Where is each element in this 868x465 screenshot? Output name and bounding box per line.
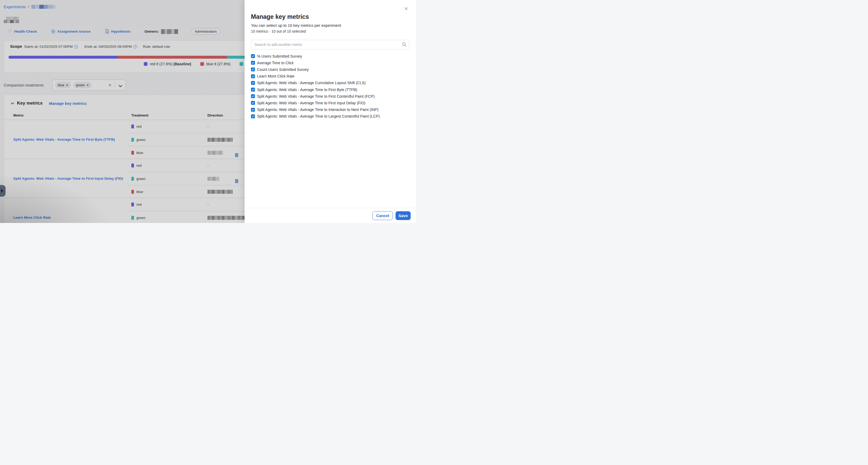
close-icon[interactable] xyxy=(403,5,410,12)
breadcrumb-experiments-link[interactable]: Experiments xyxy=(4,4,26,9)
panel-subtitle: You can select up to 10 key metrics per … xyxy=(251,23,341,28)
clear-all-icon[interactable] xyxy=(108,83,112,88)
metric-checkbox-row[interactable]: Split Agents: Web Vitals - Average Time … xyxy=(251,86,410,93)
collapse-chevron-icon[interactable] xyxy=(11,103,14,104)
metric-checkbox-row[interactable]: Split Agents: Web Vitals - Average Cumul… xyxy=(251,80,410,86)
manage-key-metrics-link[interactable]: Manage key metrics xyxy=(49,101,87,106)
redacted-owner-name xyxy=(161,29,188,38)
experiment-meta-row: ♡ Health Check Assignment source Hypothe… xyxy=(8,28,220,35)
treatment-legend: red 8 (27.6%) (Baseline) blue 8 (27.6%) … xyxy=(144,62,251,66)
redacted-direction xyxy=(208,138,232,142)
legend-swatch xyxy=(144,62,148,66)
treatment-swatch xyxy=(131,203,134,206)
hypothesis-label: Hypothesis xyxy=(111,29,130,33)
checkbox-icon[interactable] xyxy=(251,81,255,85)
panel-title: Manage key metrics xyxy=(251,13,309,21)
expand-sidebar-tab[interactable] xyxy=(0,185,6,197)
hypothesis-link[interactable]: Hypothesis xyxy=(105,29,130,33)
select-divider xyxy=(115,82,115,88)
chip-blue: blue xyxy=(55,82,71,88)
checkbox-icon[interactable] xyxy=(251,67,255,71)
document-icon xyxy=(105,29,109,33)
chip-green: green xyxy=(73,82,92,88)
legend-swatch xyxy=(200,62,204,66)
redacted-direction xyxy=(208,151,223,155)
save-button[interactable]: Save xyxy=(396,211,411,220)
checkbox-icon[interactable] xyxy=(251,114,255,118)
info-icon[interactable]: i xyxy=(133,45,137,49)
owners-label: Owners: xyxy=(145,29,159,33)
chevron-down-icon[interactable] xyxy=(119,84,122,88)
checkbox-icon[interactable] xyxy=(251,94,255,98)
health-check-link[interactable]: ♡ Health Check xyxy=(8,29,37,34)
scope-title: Scope xyxy=(10,44,22,49)
checkbox-icon[interactable] xyxy=(251,61,255,65)
treatment-swatch xyxy=(131,216,134,220)
checkbox-icon[interactable] xyxy=(251,101,255,105)
checkbox-icon[interactable] xyxy=(251,74,255,78)
assignment-source-link[interactable]: Assignment source xyxy=(51,29,90,33)
health-check-label: Health Check xyxy=(14,29,37,33)
target-icon xyxy=(51,29,55,33)
breadcrumb-separator: / xyxy=(28,4,29,9)
search-icon xyxy=(402,42,407,48)
redacted-experiment-name xyxy=(31,5,56,9)
heart-icon: ♡ xyxy=(8,29,12,34)
redacted-direction xyxy=(208,216,245,220)
assignment-source-label: Assignment source xyxy=(57,29,90,33)
redacted-direction xyxy=(235,153,238,157)
metric-link-ttfb[interactable]: Split Agents: Web Vitals - Average Time … xyxy=(13,120,127,159)
info-icon[interactable]: i xyxy=(74,45,78,49)
checkbox-icon[interactable] xyxy=(251,88,255,92)
panel-footer: Cancel Save xyxy=(245,208,416,223)
key-metrics-title: Key metrics xyxy=(17,100,42,106)
legend-item-blue: blue 8 (27.6%) xyxy=(200,62,230,66)
breadcrumb: Experiments / xyxy=(4,4,56,9)
metric-link-learn-more[interactable]: Learn More Click Rate xyxy=(13,198,127,223)
cancel-button[interactable]: Cancel xyxy=(372,211,393,220)
redacted-page-title xyxy=(4,17,19,23)
treatment-swatch xyxy=(131,190,134,194)
legend-item-red: red 8 (27.6%) (Baseline) xyxy=(144,62,191,66)
redacted-direction xyxy=(208,177,219,181)
scope-rule: Rule: default rule xyxy=(143,45,170,49)
manage-key-metrics-panel: Manage key metrics You can select up to … xyxy=(245,0,416,223)
bar-segment-blue xyxy=(118,56,227,59)
administrators-badge[interactable]: Administrators xyxy=(191,28,220,35)
checkbox-icon[interactable] xyxy=(251,108,255,112)
metric-checkbox-row[interactable]: % Users Submitted Survey xyxy=(251,53,410,59)
metric-checkbox-row[interactable]: Split Agents: Web Vitals - Average Time … xyxy=(251,107,410,113)
metric-checkbox-row[interactable]: Average Time to Click xyxy=(251,59,410,66)
bar-segment-red xyxy=(8,56,118,59)
comparison-treatments-label: Comparison treatments xyxy=(4,83,44,87)
remove-chip-icon[interactable] xyxy=(66,83,68,87)
treatment-swatch xyxy=(131,124,134,128)
metric-checkbox-row[interactable]: Learn More Click Rate xyxy=(251,73,410,80)
scope-ends-at: Ends at: 04/03/2025 08:00PM xyxy=(84,45,132,49)
metric-checkbox-row[interactable]: Split Agents: Web Vitals - Average Time … xyxy=(251,99,410,106)
treatment-swatch xyxy=(131,151,134,155)
redacted-direction xyxy=(235,179,238,183)
scope-starts-at: Starts at: 01/02/2025 07:00PM xyxy=(24,45,73,49)
remove-chip-icon[interactable] xyxy=(87,83,89,87)
legend-swatch xyxy=(240,62,243,66)
metric-checkbox-row[interactable]: Count Users Submitted Survey xyxy=(251,66,410,73)
checkbox-icon[interactable] xyxy=(251,54,255,58)
comparison-treatments-select[interactable]: blue green xyxy=(52,80,126,90)
search-metric-input[interactable] xyxy=(251,40,409,49)
treatment-swatch xyxy=(131,177,134,181)
metric-checkbox-list: % Users Submitted Survey Average Time to… xyxy=(251,53,410,120)
redacted-direction xyxy=(208,190,232,194)
treatment-swatch xyxy=(131,164,134,168)
metric-checkbox-row[interactable]: Split Agents: Web Vitals - Average Time … xyxy=(251,93,410,99)
metric-count-line: 10 metrics · 10 out of 10 selected xyxy=(251,29,306,33)
metric-checkbox-row[interactable]: Split Agents: Web Vitals - Average Time … xyxy=(251,113,410,120)
metric-link-fid[interactable]: Split Agents: Web Vitals - Average Time … xyxy=(13,159,127,198)
treatment-swatch xyxy=(131,138,134,142)
